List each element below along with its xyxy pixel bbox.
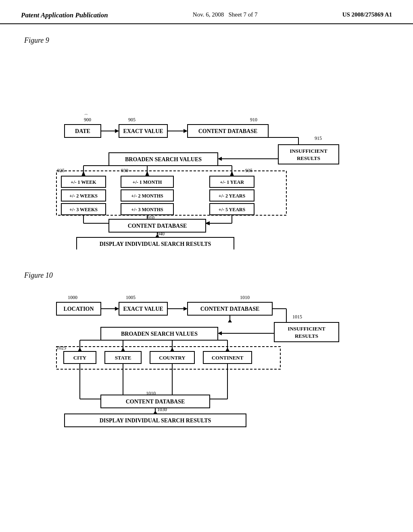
svg-marker-117 [170, 347, 174, 351]
svg-text:+/- 1 YEAR: +/- 1 YEAR [220, 179, 244, 185]
svg-marker-111 [78, 347, 82, 351]
svg-text:915: 915 [315, 135, 322, 141]
svg-text:⌒: ⌒ [84, 114, 88, 118]
header-date: Nov. 6, 2008 [193, 11, 224, 18]
svg-marker-134 [153, 411, 157, 414]
svg-text:DISPLAY INDIVIDUAL SEARCH RESU: DISPLAY INDIVIDUAL SEARCH RESULTS [100, 241, 211, 247]
header-patent-number: US 2008/275869 A1 [342, 11, 392, 18]
figure-10-diagram: 1000 1005 1010 1015 1020 1025 1010 1030 … [24, 287, 375, 456]
svg-text:COUNTRY: COUNTRY [159, 355, 186, 361]
svg-text:STATE: STATE [115, 355, 131, 361]
svg-text:BROADEN SEARCH VALUES: BROADEN SEARCH VALUES [125, 156, 202, 162]
header-publication-title: Patent Application Publication [21, 11, 108, 19]
svg-text:EXACT VALUE: EXACT VALUE [123, 306, 163, 312]
svg-text:CONTINENT: CONTINENT [212, 355, 244, 361]
svg-text:CONTENT DATABASE: CONTENT DATABASE [128, 223, 187, 229]
svg-text:+/- 2 WEEKS: +/- 2 WEEKS [69, 193, 98, 199]
svg-marker-56 [230, 171, 234, 176]
svg-marker-53 [145, 171, 149, 176]
header-sheet: Sheet 7 of 7 [228, 11, 257, 18]
svg-marker-114 [121, 347, 125, 351]
figure-10: Figure 10 1000 1005 1010 1015 1020 1025 … [24, 271, 389, 458]
svg-text:BROADEN SEARCH VALUES: BROADEN SEARCH VALUES [121, 331, 198, 337]
svg-text:LOCATION: LOCATION [63, 306, 94, 312]
svg-text:+/- 2 MONTHS: +/- 2 MONTHS [131, 193, 163, 199]
svg-text:1025: 1025 [56, 345, 66, 351]
svg-text:1000: 1000 [68, 295, 77, 300]
svg-text:RESULTS: RESULTS [295, 333, 318, 339]
svg-text:+/- 1 WEEK: +/- 1 WEEK [71, 179, 96, 185]
svg-text:+/- 5 YEARS: +/- 5 YEARS [219, 207, 246, 212]
svg-text:RESULTS: RESULTS [297, 155, 320, 161]
svg-text:+/- 3 WEEKS: +/- 3 WEEKS [69, 207, 98, 212]
svg-text:+/- 1 MONTH: +/- 1 MONTH [133, 179, 162, 185]
svg-marker-18 [184, 129, 188, 133]
svg-text:DATE: DATE [75, 128, 90, 134]
main-content: Figure 9 900 ⌒ 905 910 915 920 925 930 9… [0, 24, 413, 482]
figure-9: Figure 9 900 ⌒ 905 910 915 920 925 930 9… [24, 36, 389, 251]
svg-marker-51 [81, 171, 86, 176]
svg-text:EXACT VALUE: EXACT VALUE [123, 128, 163, 134]
svg-marker-97 [218, 331, 222, 335]
figure-9-label: Figure 9 [24, 36, 389, 45]
page-header: Patent Application Publication Nov. 6, 2… [0, 0, 413, 24]
svg-text:DISPLAY INDIVIDUAL SEARCH RESU: DISPLAY INDIVIDUAL SEARCH RESULTS [100, 418, 211, 424]
header-date-sheet: Nov. 6, 2008 Sheet 7 of 7 [193, 11, 258, 18]
svg-marker-120 [225, 347, 229, 351]
svg-text:INSUFFICIENT: INSUFFICIENT [290, 148, 327, 154]
svg-text:+/- 3 MONTHS: +/- 3 MONTHS [131, 207, 163, 212]
svg-text:CONTENT DATABASE: CONTENT DATABASE [200, 306, 260, 312]
svg-text:910: 910 [250, 117, 257, 123]
svg-text:+/- 2 YEARS: +/- 2 YEARS [219, 193, 246, 199]
svg-marker-90 [228, 319, 232, 322]
svg-marker-86 [184, 307, 188, 311]
svg-text:CITY: CITY [73, 355, 87, 361]
svg-text:1005: 1005 [126, 295, 136, 300]
svg-text:1015: 1015 [292, 314, 302, 320]
figure-10-label: Figure 10 [24, 271, 389, 280]
svg-marker-14 [115, 129, 119, 133]
svg-text:INSUFFICIENT: INSUFFICIENT [288, 326, 325, 332]
svg-text:905: 905 [128, 117, 136, 123]
figure-9-diagram: 900 ⌒ 905 910 915 920 925 930 935 910 94… [24, 52, 375, 249]
svg-marker-27 [218, 157, 222, 161]
svg-text:1010: 1010 [240, 295, 250, 300]
svg-marker-82 [115, 307, 119, 311]
svg-text:CONTENT DATABASE: CONTENT DATABASE [198, 128, 258, 134]
svg-text:CONTENT DATABASE: CONTENT DATABASE [126, 399, 185, 405]
